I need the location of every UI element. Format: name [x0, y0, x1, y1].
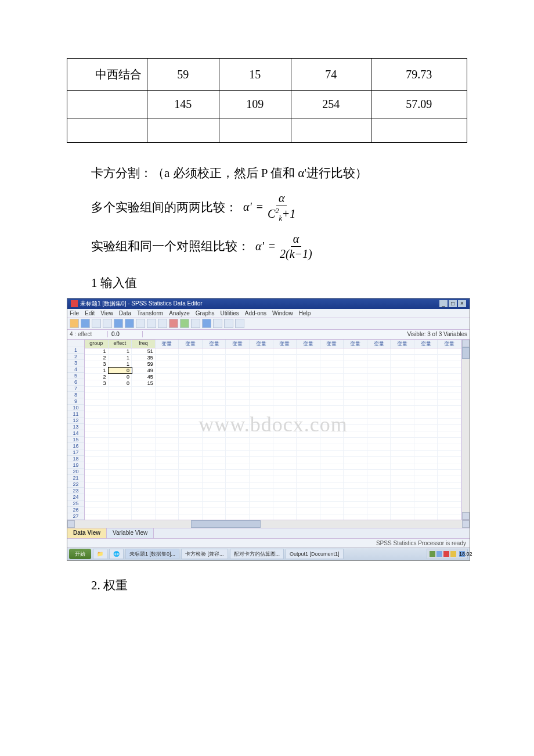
grid-cell[interactable] — [297, 495, 320, 501]
row-header[interactable]: 1 — [67, 347, 84, 354]
row-header[interactable]: 26 — [67, 507, 84, 513]
grid-cell[interactable] — [226, 489, 250, 495]
grid-cell[interactable] — [132, 457, 156, 463]
grid-cell[interactable] — [320, 406, 344, 412]
grid-cell[interactable] — [179, 374, 203, 380]
grid-cell[interactable] — [414, 393, 438, 399]
open-icon[interactable] — [70, 319, 79, 328]
grid-cell[interactable] — [156, 508, 179, 514]
window-titlebar[interactable]: 未标题1 [数据集0] - SPSS Statistics Data Edito… — [67, 298, 470, 309]
grid-cell[interactable] — [273, 380, 297, 386]
grid-cell[interactable] — [414, 419, 438, 424]
grid-cell[interactable] — [273, 438, 297, 444]
row-header[interactable]: 13 — [67, 424, 84, 430]
row-header[interactable]: 4 — [67, 366, 84, 373]
col-header-var[interactable]: 变量 — [297, 340, 320, 348]
grid-cell[interactable] — [320, 495, 344, 501]
grid-cell[interactable] — [132, 495, 156, 501]
grid-cell[interactable] — [273, 406, 297, 412]
grid-cell[interactable] — [85, 393, 109, 399]
grid-cell[interactable]: 2 — [85, 374, 109, 380]
grid-cell[interactable] — [344, 444, 367, 450]
row-header[interactable]: 19 — [67, 462, 84, 469]
row-header[interactable]: 20 — [67, 469, 84, 475]
grid-cell[interactable] — [414, 483, 438, 488]
grid-cell[interactable] — [179, 438, 203, 444]
grid-row[interactable] — [85, 406, 461, 412]
grid-cell[interactable] — [226, 457, 250, 463]
grid-cell[interactable] — [132, 470, 156, 476]
row-header[interactable]: 16 — [67, 443, 84, 449]
grid-cell[interactable] — [273, 419, 297, 424]
grid-cell[interactable] — [179, 393, 203, 399]
grid-cell[interactable] — [367, 361, 391, 367]
print-icon[interactable] — [92, 319, 101, 328]
grid-cell[interactable] — [226, 368, 250, 373]
grid-row[interactable] — [85, 470, 461, 476]
grid-cell[interactable] — [203, 380, 226, 386]
grid-cell[interactable] — [367, 483, 391, 488]
grid-cell[interactable] — [203, 470, 226, 476]
grid-cell[interactable] — [391, 399, 414, 405]
grid-cell[interactable] — [414, 463, 438, 469]
grid-cell[interactable]: 49 — [132, 368, 156, 373]
find-icon[interactable] — [158, 319, 167, 328]
grid-cell[interactable] — [109, 470, 132, 476]
row-header[interactable]: 6 — [67, 379, 84, 386]
grid-cell[interactable] — [156, 399, 179, 405]
grid-cell[interactable] — [414, 444, 438, 450]
grid-cell[interactable] — [367, 368, 391, 373]
grid-cell[interactable] — [344, 476, 367, 482]
grid-cell[interactable] — [320, 399, 344, 405]
grid-cell[interactable] — [273, 425, 297, 431]
col-header-var[interactable]: 变量 — [156, 340, 179, 348]
close-button[interactable]: × — [458, 300, 466, 307]
grid-cell[interactable] — [109, 419, 132, 424]
grid-row[interactable] — [85, 502, 461, 508]
grid-cell[interactable] — [250, 495, 273, 501]
grid-cell[interactable] — [179, 470, 203, 476]
grid-row[interactable] — [85, 495, 461, 502]
grid-cell[interactable] — [250, 361, 273, 367]
grid-cell[interactable] — [250, 431, 273, 437]
grid-cell[interactable] — [179, 489, 203, 495]
grid-cell[interactable] — [320, 476, 344, 482]
row-header[interactable]: 3 — [67, 360, 84, 366]
grid-cell[interactable] — [132, 502, 156, 507]
grid-cell[interactable] — [438, 380, 461, 386]
grid-cell[interactable] — [109, 502, 132, 507]
grid-cell[interactable] — [344, 412, 367, 418]
grid-cell[interactable] — [156, 406, 179, 412]
system-tray[interactable]: 18:02 — [427, 549, 468, 559]
grid-cell[interactable] — [203, 355, 226, 361]
grid-cell[interactable] — [250, 463, 273, 469]
grid-cell[interactable] — [344, 419, 367, 424]
grid-cell[interactable]: 3 — [85, 361, 109, 367]
grid-cell[interactable] — [438, 438, 461, 444]
grid-cell[interactable] — [226, 380, 250, 386]
grid-cell[interactable] — [438, 483, 461, 488]
grid-cell[interactable] — [273, 457, 297, 463]
grid-cell[interactable]: 1 — [85, 348, 109, 354]
grid-cell[interactable]: 1 — [85, 368, 109, 373]
grid-cell[interactable] — [132, 387, 156, 393]
grid-cell[interactable] — [320, 368, 344, 373]
grid-cell[interactable] — [367, 355, 391, 361]
grid-row[interactable] — [85, 451, 461, 457]
grid-cell[interactable] — [85, 483, 109, 488]
taskbar-item[interactable]: 卡方检验 [兼容... — [181, 549, 228, 559]
recall-icon[interactable] — [103, 319, 112, 328]
grid-cell[interactable]: 45 — [132, 374, 156, 380]
grid-body[interactable]: www.bdocx.com 115121353159104920453015 — [85, 348, 461, 520]
grid-cell[interactable] — [250, 483, 273, 488]
data-grid[interactable]: groupeffectfreq变量变量变量变量变量变量变量变量变量变量变量变量变… — [85, 340, 461, 520]
grid-cell[interactable] — [179, 348, 203, 354]
scroll-down-icon[interactable] — [462, 512, 470, 520]
grid-cell[interactable] — [438, 457, 461, 463]
grid-cell[interactable] — [179, 495, 203, 501]
grid-cell[interactable] — [156, 425, 179, 431]
grid-cell[interactable] — [438, 393, 461, 399]
grid-cell[interactable] — [297, 444, 320, 450]
grid-cell[interactable] — [109, 444, 132, 450]
grid-cell[interactable] — [226, 374, 250, 380]
